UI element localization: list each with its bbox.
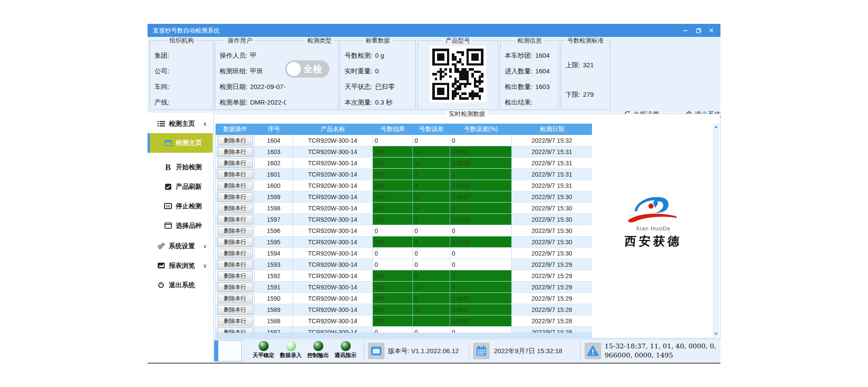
company-logo [625,193,681,226]
delete-row-button[interactable]: 删除本行 [217,226,253,236]
field-label: 本次测量: [345,98,372,106]
field-label: 本车纱团: [505,52,533,59]
cell-operation: 删除本行 [216,327,255,333]
delete-row-button[interactable]: 删除本行 [217,237,253,247]
version-label: 版本号: [388,347,409,354]
delete-row-button[interactable]: 删除本行 [217,170,253,179]
power-icon [156,282,166,289]
field-label: 检测班组: [220,67,247,75]
delete-row-button[interactable]: 删除本行 [217,215,253,224]
field-value: 甲班 [250,67,263,75]
sidebar-item-group-header[interactable]: 检测主页∧ [148,116,213,131]
cell-product: TCR920W-300-14 [293,282,373,293]
cell-error-pct: 0 [450,259,512,270]
groupbox-standard-legend: 号数检测标准 [565,37,606,45]
field-value: 2022-09-07-13 [250,83,286,90]
logo-caption-cn: 西安获德 [624,233,683,249]
delete-row-button[interactable]: 删除本行 [217,282,253,292]
cell-error: 0 [413,135,450,146]
restore-button[interactable] [692,25,705,36]
cell-seq: 1603 [255,146,293,157]
vertical-scrollbar[interactable] [713,124,719,337]
status-input-box[interactable] [214,340,242,361]
cell-error-pct: 0 [450,225,512,236]
delete-row-button[interactable]: 删除本行 [217,305,253,315]
minimize-button[interactable] [679,25,692,36]
cell-error-pct: 0 [450,248,512,259]
field-value: 1604 [535,67,549,75]
cell-operation: 删除本行 [216,236,255,248]
field-label: 产线: [155,98,169,106]
sidebar-item-检测主页[interactable]: 检测主页 [148,133,213,153]
cell-error-pct: 0 [450,327,512,333]
cell-seq: 1595 [255,236,293,248]
field-row: 进入数量:1604 [505,63,557,79]
delete-row-button[interactable]: 删除本行 [217,294,253,303]
sidebar-item-选择品种[interactable]: 选择品种 [148,218,213,233]
cell-product: TCR920W-300-14 [293,270,373,282]
delete-row-button[interactable]: 删除本行 [217,158,253,168]
sidebar-item-label: 退出系统 [169,281,195,289]
delete-row-button[interactable]: 删除本行 [217,192,253,202]
field-label: 检出数量: [505,83,533,90]
field-row: 号数检测:0 g [345,48,414,63]
cell-operation: 删除本行 [216,135,255,146]
delete-row-button[interactable]: 删除本行 [217,249,253,258]
cell-result: 288 [373,282,413,293]
cell-product: TCR920W-300-14 [293,214,373,225]
cell-operation: 删除本行 [216,191,255,203]
sidebar-item-报表浏览[interactable]: 报表浏览∨ [148,258,213,273]
delete-row-button[interactable]: 删除本行 [217,136,253,145]
cell-date: 2022/9/7 15:29 [512,259,592,270]
delete-row-button[interactable]: 删除本行 [217,147,253,157]
field-row: 检出数量:1603 [505,79,557,95]
table-row: 删除本行1596TCR920W-300-140002022/9/7 15:30 [216,225,592,236]
divider [469,341,469,361]
sidebar-item-退出系统[interactable]: 退出系统 [148,277,213,293]
window-title: 直接纱号数自动检测系统 [153,27,220,35]
delete-row-button[interactable]: 删除本行 [217,181,253,190]
field-row: 检测日期:2022-09-07-13 [220,79,286,95]
table-row: 删除本行1597TCR920W-300-1430110.33332022/9/7… [216,214,592,225]
organization-fields: 集团:公司:车间:产线: [155,48,211,110]
led-label: 通讯指示 [335,352,356,359]
bold-b-icon: B [163,163,173,171]
cell-error: 5 [413,293,450,304]
cell-error: 10 [413,157,450,169]
delete-row-button[interactable]: 删除本行 [217,328,253,333]
cell-seq: 1597 [255,214,293,225]
cell-error: 1 [413,214,450,225]
full-inspection-toggle[interactable]: 全检 [285,60,329,78]
weighing-fields: 号数检测:0 g实时重量:0天平状态:已归零本次测量:0.3 秒 [345,48,414,110]
field-label: 下限: [566,91,580,98]
alert-icon [585,343,601,359]
sidebar-item-系统设置[interactable]: 系统设置∨ [148,238,213,254]
cell-seq: 1588 [255,315,293,327]
field-row: 下限:279 [566,80,608,109]
field-row: 产线: [155,95,211,110]
cell-product: TCR920W-300-14 [293,225,373,236]
sidebar-item-开始检测[interactable]: B开始检测 [148,159,213,175]
field-value: 1604 [535,52,549,59]
cell-product: TCR920W-300-14 [293,315,373,327]
cc-icon: cc [163,203,173,209]
sidebar-item-停止检测[interactable]: cc停止检测 [148,198,213,214]
table-row: 删除本行1589TCR920W-300-14289113.66672022/9/… [216,304,592,315]
field-value: 甲 [250,52,256,59]
field-label: 集团: [155,52,169,59]
delete-row-button[interactable]: 删除本行 [217,316,253,326]
table-header: 数据操作序号产品名称号数结果号数误差号数误差(%)检测日期 [216,124,592,135]
scroll-up-arrow[interactable] [714,125,718,128]
window-outline-icon [163,223,173,229]
delete-row-button[interactable]: 删除本行 [217,271,253,281]
sidebar-item-产品刷新[interactable]: 产品刷新 [148,179,213,194]
horizontal-scrollbar[interactable] [215,333,592,338]
cell-error-pct: 1.3333 [450,236,512,248]
scroll-down-arrow[interactable] [714,333,718,335]
delete-row-button[interactable]: 删除本行 [217,203,253,213]
window-controls [679,24,718,37]
cell-product: TCR920W-300-14 [293,327,373,333]
delete-row-button[interactable]: 删除本行 [217,260,253,269]
cell-date: 2022/9/7 15:29 [512,282,592,293]
close-button[interactable] [705,25,718,36]
